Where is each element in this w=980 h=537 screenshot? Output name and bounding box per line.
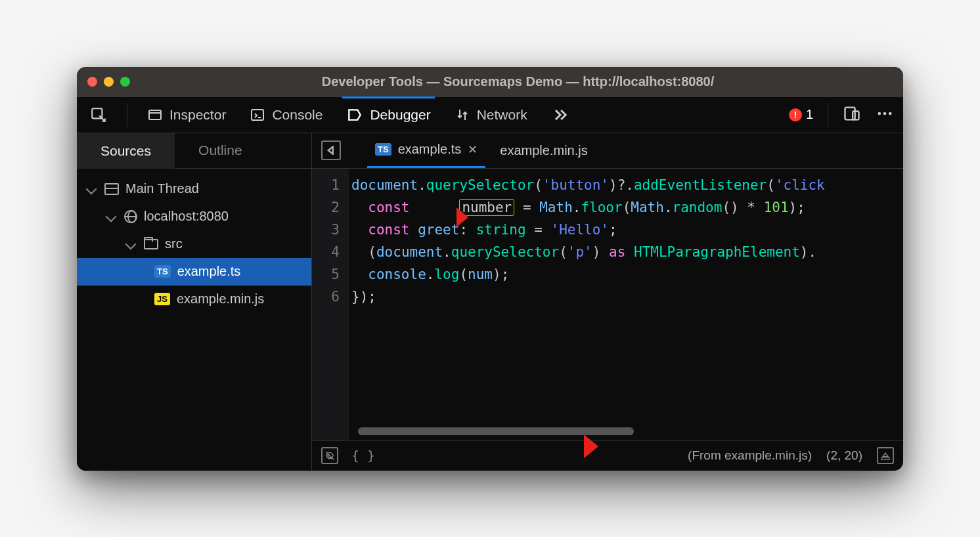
window-title: Developer Tools — Sourcemaps Demo — http… (143, 74, 893, 89)
line-number: 2 (312, 196, 340, 219)
svg-point-7 (889, 112, 892, 115)
blackbox-button[interactable] (321, 447, 338, 464)
editor-tab-example-min-js[interactable]: example.min.js (492, 133, 595, 168)
devtools-window: Developer Tools — Sourcemaps Demo — http… (77, 67, 903, 471)
debugger-icon (346, 106, 363, 123)
titlebar: Developer Tools — Sourcemaps Demo — http… (77, 67, 903, 97)
responsive-mode-button[interactable] (843, 104, 861, 125)
tab-debugger[interactable]: Debugger (342, 97, 434, 133)
eye-off-icon (324, 450, 335, 461)
devtools-toolbar: Inspector Console Debugger Network ! 1 (77, 97, 903, 133)
ts-badge-icon: TS (375, 143, 391, 156)
tree-label: example.ts (177, 264, 241, 279)
chevron-down-icon (106, 211, 117, 222)
line-number: 3 (312, 219, 340, 241)
triangle-up-icon (880, 450, 891, 461)
tab-label: Console (272, 107, 323, 123)
tree-label: src (165, 236, 183, 251)
svg-rect-2 (252, 110, 263, 120)
svg-rect-3 (845, 107, 855, 119)
triangle-left-icon (326, 146, 336, 155)
error-count: 1 (806, 107, 813, 122)
zoom-window-button[interactable] (120, 77, 130, 87)
map-scopes-button[interactable] (877, 447, 894, 464)
element-picker-button[interactable] (86, 97, 111, 133)
editor-tabbar: TS example.ts ✕ example.min.js (312, 133, 903, 169)
globe-icon (124, 210, 137, 223)
close-window-button[interactable] (87, 77, 97, 87)
code-content: document.querySelector('button')?.addEve… (349, 169, 903, 440)
editor-panel: TS example.ts ✕ example.min.js 1 2 3 4 5… (312, 133, 903, 471)
line-gutter: 1 2 3 4 5 6 (312, 169, 349, 440)
kebab-menu-button[interactable] (876, 104, 894, 125)
editor-tab-example-ts[interactable]: TS example.ts ✕ (367, 133, 485, 168)
close-tab-button[interactable]: ✕ (468, 142, 478, 157)
tree-label: localhost:8080 (144, 209, 229, 224)
tree-label: Main Thread (125, 181, 199, 196)
svg-rect-8 (881, 458, 889, 460)
line-number: 4 (312, 241, 340, 263)
divider (828, 103, 828, 127)
tab-label: Outline (198, 142, 242, 158)
sources-sidebar: Sources Outline Main Thread localhost:80… (77, 133, 312, 471)
picker-icon (90, 106, 107, 123)
network-icon (455, 107, 470, 123)
chevron-down-icon (86, 183, 97, 194)
svg-point-6 (883, 112, 887, 115)
svg-rect-1 (149, 110, 161, 119)
horizontal-scrollbar[interactable] (358, 427, 634, 435)
tab-inspector[interactable]: Inspector (143, 97, 230, 133)
tab-label: Sources (100, 143, 151, 159)
line-number: 5 (312, 263, 340, 286)
devices-icon (843, 104, 861, 123)
pretty-print-button[interactable]: { } (351, 448, 375, 463)
sourcemap-origin: (From example.min.js) (688, 448, 812, 463)
ts-badge-icon: TS (154, 265, 171, 278)
tabs-overflow-button[interactable] (547, 97, 573, 133)
tab-label: Debugger (370, 107, 430, 123)
tab-network[interactable]: Network (451, 97, 531, 133)
tab-console[interactable]: Console (246, 97, 326, 133)
chevrons-right-icon (551, 106, 569, 124)
line-number: 6 (312, 286, 340, 308)
tree-main-thread[interactable]: Main Thread (77, 175, 311, 203)
tree-folder-src[interactable]: src (77, 230, 311, 258)
tree-file-example-min-js[interactable]: JS example.min.js (77, 286, 311, 313)
js-badge-icon: JS (154, 293, 170, 305)
editor-statusbar: { } (From example.min.js) (2, 20) (312, 440, 903, 471)
tab-label: example.ts (398, 142, 462, 157)
tab-label: example.min.js (500, 143, 587, 158)
tree-label: example.min.js (177, 291, 264, 307)
main-area: Sources Outline Main Thread localhost:80… (77, 133, 903, 471)
traffic-lights (87, 77, 130, 87)
console-icon (250, 107, 265, 123)
tab-label: Network (477, 107, 527, 123)
error-count-badge[interactable]: ! 1 (789, 107, 813, 122)
line-number: 1 (312, 174, 340, 196)
more-icon (876, 104, 894, 123)
tab-label: Inspector (169, 107, 226, 123)
code-editor[interactable]: 1 2 3 4 5 6 document.querySelector('butt… (312, 169, 903, 440)
sources-tree: Main Thread localhost:8080 src TS exampl… (77, 169, 311, 320)
minimize-window-button[interactable] (104, 77, 114, 87)
cursor-position: (2, 20) (826, 448, 862, 463)
sidebar-tab-outline[interactable]: Outline (175, 133, 266, 169)
window-icon (104, 183, 119, 195)
toggle-sidebar-button[interactable] (321, 140, 341, 160)
folder-icon (144, 239, 158, 249)
sidebar-tabbar: Sources Outline (77, 133, 311, 169)
tree-host[interactable]: localhost:8080 (77, 203, 311, 230)
inspector-icon (147, 107, 163, 123)
sidebar-tab-sources[interactable]: Sources (77, 133, 175, 169)
error-icon: ! (789, 108, 802, 121)
svg-point-5 (878, 112, 881, 115)
divider (127, 103, 127, 127)
chevron-down-icon (125, 238, 137, 249)
tree-file-example-ts[interactable]: TS example.ts (77, 258, 311, 286)
